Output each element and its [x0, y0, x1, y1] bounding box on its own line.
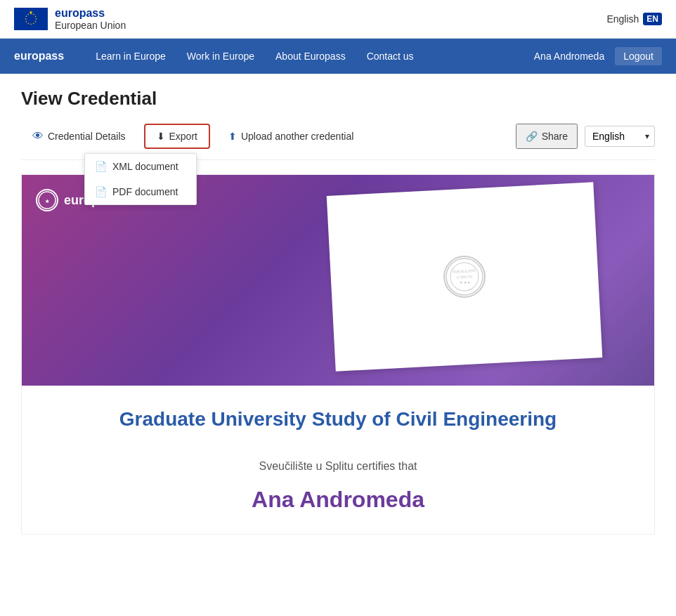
pdf-doc-icon: 📄 [95, 186, 107, 197]
eye-icon: 👁 [32, 130, 44, 143]
credential-recipient-name: Ana Andromeda [50, 487, 626, 513]
nav-link-contact[interactable]: Contact us [356, 39, 424, 74]
brand-eu: European Union [55, 20, 126, 31]
page-title: View Credential [21, 88, 655, 110]
share-button[interactable]: 🔗 Share [516, 124, 578, 149]
svg-text:★: ★ [45, 199, 50, 204]
nav-brand[interactable]: europass [14, 50, 64, 63]
xml-document-option[interactable]: 📄 XML document [85, 154, 196, 179]
credential-details-label: Credential Details [48, 131, 126, 142]
xml-doc-icon: 📄 [95, 161, 107, 172]
nav-user: Ana Andromeda [534, 51, 604, 62]
credential-title: Graduate University Study of Civil Engin… [50, 407, 626, 432]
logout-button[interactable]: Logout [615, 47, 662, 65]
language-badge: EN [643, 13, 662, 25]
credential-details-button[interactable]: 👁 Credential Details [21, 124, 137, 148]
language-label: English [606, 13, 639, 25]
nav-right: Ana Andromeda Logout [534, 47, 662, 65]
svg-text:U SPLITU: U SPLITU [457, 274, 473, 279]
xml-document-label: XML document [112, 161, 178, 172]
nav-link-work[interactable]: Work in Europe [176, 39, 265, 74]
credential-header: ★ europass SVEUCILISTE U SPLITU ★ ★ ★ [22, 175, 654, 386]
svg-text:★ ★ ★: ★ ★ ★ [460, 280, 471, 285]
action-bar: 👁 Credential Details ⬇ Export 📄 XML docu… [21, 124, 655, 160]
page-content: View Credential 👁 Credential Details ⬇ E… [0, 74, 676, 549]
nav-link-learn[interactable]: Learn in Europe [85, 39, 176, 74]
brand-text: europass European Union [55, 7, 126, 31]
brand-europass: europass [55, 7, 126, 20]
svg-text:SVEUCILISTE: SVEUCILISTE [453, 268, 476, 274]
download-icon: ⬇ [157, 131, 165, 142]
credential-paper-card: SVEUCILISTE U SPLITU ★ ★ ★ [327, 182, 603, 372]
upload-label: Upload another credential [241, 131, 353, 142]
logo-area: europass European Union [14, 7, 126, 31]
language-selector-wrapper: English Croatian French German Spanish [585, 126, 655, 147]
export-dropdown: 📄 XML document 📄 PDF document [84, 153, 197, 205]
eu-flag-icon [14, 8, 48, 30]
pdf-document-label: PDF document [112, 186, 178, 197]
share-icon: 🔗 [526, 131, 538, 142]
top-bar: europass European Union English EN [0, 0, 676, 39]
upload-icon: ⬆ [228, 131, 237, 142]
nav-link-about[interactable]: About Europass [265, 39, 356, 74]
credential-body: Graduate University Study of Civil Engin… [22, 386, 654, 534]
language-area[interactable]: English EN [606, 13, 662, 25]
nav-bar: europass Learn in Europe Work in Europe … [0, 39, 676, 74]
export-button[interactable]: ⬇ Export [144, 124, 210, 149]
share-label: Share [542, 131, 568, 142]
certifies-text: Sveučilište u Splitu certifies that [50, 460, 626, 473]
nav-links: Learn in Europe Work in Europe About Eur… [85, 39, 534, 74]
university-stamp: SVEUCILISTE U SPLITU ★ ★ ★ [442, 254, 486, 299]
language-selector[interactable]: English Croatian French German Spanish [585, 126, 655, 147]
upload-credential-button[interactable]: ⬆ Upload another credential [217, 125, 365, 148]
credential-area: ★ europass SVEUCILISTE U SPLITU ★ ★ ★ [21, 174, 655, 535]
export-label: Export [169, 131, 197, 142]
pdf-document-option[interactable]: 📄 PDF document [85, 179, 196, 204]
credential-eu-circle-icon: ★ [36, 189, 58, 211]
